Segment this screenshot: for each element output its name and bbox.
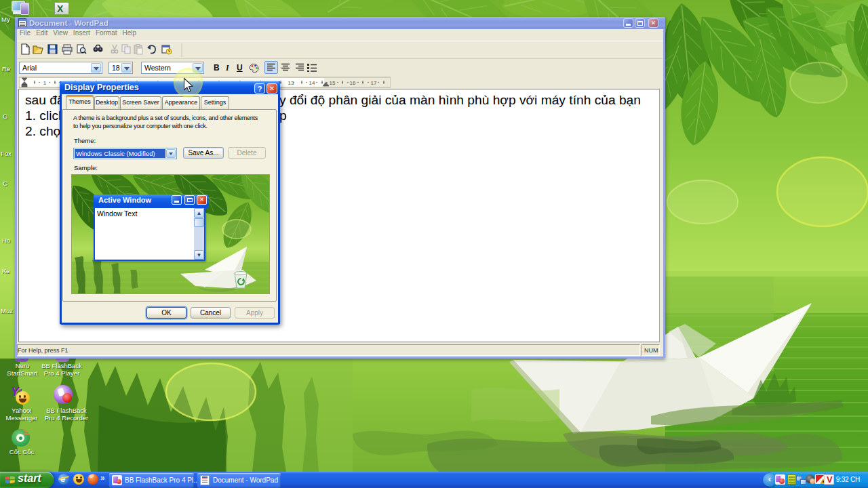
svg-text:1: 1: [43, 80, 47, 86]
svg-text:14: 14: [309, 80, 315, 86]
svg-text:13: 13: [288, 80, 294, 86]
svg-text:15: 15: [330, 80, 336, 86]
svg-text:16: 16: [350, 80, 356, 86]
svg-text:17: 17: [371, 80, 377, 86]
